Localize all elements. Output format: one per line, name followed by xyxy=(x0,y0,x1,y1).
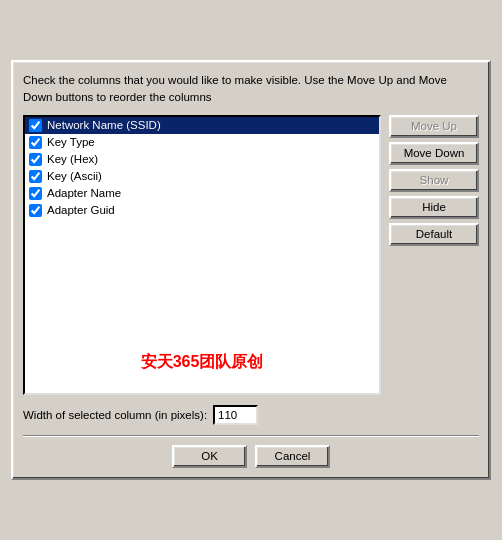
column-label: Network Name (SSID) xyxy=(47,119,161,131)
column-checkbox[interactable] xyxy=(29,153,42,166)
column-label: Key (Hex) xyxy=(47,153,98,165)
list-item[interactable]: Key (Hex) xyxy=(25,151,379,168)
column-checkbox[interactable] xyxy=(29,136,42,149)
width-input[interactable] xyxy=(213,405,258,425)
ok-cancel-row: OK Cancel xyxy=(23,445,479,468)
list-item[interactable]: Key Type xyxy=(25,134,379,151)
column-label: Key Type xyxy=(47,136,95,148)
divider xyxy=(23,435,479,437)
column-checkbox[interactable] xyxy=(29,170,42,183)
column-label: Adapter Guid xyxy=(47,204,115,216)
column-checkbox[interactable] xyxy=(29,119,42,132)
show-button[interactable]: Show xyxy=(389,169,479,192)
width-label: Width of selected column (in pixels): xyxy=(23,409,207,421)
dialog-description: Check the columns that you would like to… xyxy=(23,72,479,104)
column-label: Adapter Name xyxy=(47,187,121,199)
column-chooser-dialog: Check the columns that you would like to… xyxy=(11,60,491,479)
hide-button[interactable]: Hide xyxy=(389,196,479,219)
cancel-button[interactable]: Cancel xyxy=(255,445,330,468)
list-item[interactable]: Key (Ascii) xyxy=(25,168,379,185)
column-checkbox[interactable] xyxy=(29,204,42,217)
ok-button[interactable]: OK xyxy=(172,445,247,468)
main-area: Network Name (SSID)Key TypeKey (Hex)Key … xyxy=(23,115,479,395)
list-item[interactable]: Adapter Name xyxy=(25,185,379,202)
move-down-button[interactable]: Move Down xyxy=(389,142,479,165)
column-checkbox[interactable] xyxy=(29,187,42,200)
list-item[interactable]: Adapter Guid xyxy=(25,202,379,219)
watermark-text: 安天365团队原创 xyxy=(141,352,264,373)
action-buttons-panel: Move Up Move Down Show Hide Default xyxy=(389,115,479,395)
width-row: Width of selected column (in pixels): xyxy=(23,405,479,425)
bottom-area: Width of selected column (in pixels): OK… xyxy=(23,405,479,468)
column-list[interactable]: Network Name (SSID)Key TypeKey (Hex)Key … xyxy=(23,115,381,395)
default-button[interactable]: Default xyxy=(389,223,479,246)
bottom-section: Width of selected column (in pixels): OK… xyxy=(23,405,479,468)
move-up-button[interactable]: Move Up xyxy=(389,115,479,138)
list-item[interactable]: Network Name (SSID) xyxy=(25,117,379,134)
column-label: Key (Ascii) xyxy=(47,170,102,182)
